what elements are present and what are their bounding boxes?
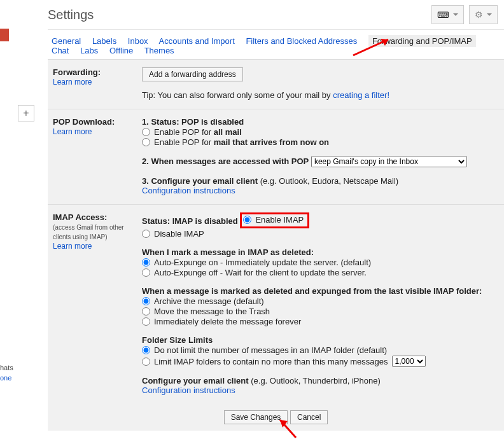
exp-delete-label: Immediately delete the message forever: [154, 317, 301, 326]
tab-forwarding[interactable]: Forwarding and POP/IMAP: [368, 35, 476, 47]
exp-trash-radio[interactable]: [142, 307, 150, 316]
imap-learn-more[interactable]: Learn more: [53, 242, 92, 251]
imap-enable-radio[interactable]: [243, 216, 251, 224]
compose-indicator: [0, 29, 9, 41]
enable-imap-highlight: Enable IMAP: [240, 212, 309, 228]
imap-disable-radio[interactable]: [142, 230, 150, 238]
page-title: Settings: [48, 8, 94, 22]
fsl-limit-label: Limit IMAP folders to contain no more th…: [154, 357, 388, 366]
pop-status: 1. Status: POP is disabled: [142, 117, 244, 127]
expunge-off-label: Auto-Expunge off - Wait for the client t…: [154, 268, 367, 277]
tab-labels[interactable]: Labels: [92, 36, 116, 46]
forwarding-tip: Tip: You can also forward only some of y…: [142, 90, 499, 100]
expunge-on-radio[interactable]: [142, 258, 150, 267]
exp-archive-radio[interactable]: [142, 297, 150, 305]
pop-learn-more[interactable]: Learn more: [53, 127, 92, 136]
fsl-limit-radio[interactable]: [142, 357, 150, 366]
fsl-unlimited-radio[interactable]: [142, 346, 150, 354]
gear-icon: ⚙: [475, 10, 483, 20]
pop-label: POP Download:: [53, 117, 115, 127]
chat-sidebar: hats one: [0, 363, 13, 383]
pop-action-select[interactable]: keep Gmail's copy in the Inbox: [311, 156, 467, 167]
imap-configure-label: Configure your email client (e.g. Outloo…: [142, 376, 381, 385]
create-filter-link[interactable]: creating a filter!: [333, 90, 389, 100]
folder-limits-header: Folder Size Limits: [142, 335, 213, 345]
forwarding-label: Forwarding:: [53, 67, 101, 77]
cancel-button[interactable]: Cancel: [290, 410, 328, 424]
pop-configure-label: 3. Configure your email client (e.g. Out…: [142, 176, 398, 186]
new-label-button[interactable]: +: [18, 105, 34, 121]
settings-tabs: General Labels Inbox Accounts and Import…: [48, 30, 504, 59]
chat-link[interactable]: one: [0, 373, 13, 383]
keyboard-icon: ⌨: [437, 10, 449, 20]
exp-delete-radio[interactable]: [142, 317, 150, 326]
imap-hint: (access Gmail from other clients using I…: [53, 224, 124, 240]
imap-config-link[interactable]: Configuration instructions: [142, 385, 235, 395]
imap-enable-label: Enable IMAP: [255, 215, 304, 225]
fsl-unlimited-label: Do not limit the number of messages in a…: [154, 345, 387, 355]
pop-enable-all-label: Enable POP for all mail: [154, 127, 242, 137]
tab-chat[interactable]: Chat: [52, 46, 69, 55]
imap-label: IMAP Access:: [53, 212, 107, 222]
expunge-on-label: Auto-Expunge on - Immediately update the…: [154, 258, 371, 267]
pop-enable-new-label: Enable POP for mail that arrives from no…: [154, 137, 329, 147]
tab-offline[interactable]: Offline: [109, 46, 133, 55]
imap-expunged-header: When a message is marked as deleted and …: [142, 286, 482, 296]
caret-down-icon: [453, 13, 458, 16]
exp-archive-label: Archive the message (default): [154, 296, 264, 306]
tab-accounts[interactable]: Accounts and Import: [159, 36, 235, 46]
add-forwarding-address-button[interactable]: Add a forwarding address: [142, 67, 243, 81]
tab-labs[interactable]: Labs: [80, 46, 98, 55]
fsl-limit-select[interactable]: 1,000: [392, 356, 426, 367]
pop-config-link[interactable]: Configuration instructions: [142, 186, 235, 195]
tab-inbox[interactable]: Inbox: [128, 36, 148, 46]
imap-status: Status: IMAP is disabled: [142, 216, 238, 226]
tab-themes[interactable]: Themes: [144, 46, 174, 55]
tab-filters[interactable]: Filters and Blocked Addresses: [246, 36, 357, 46]
settings-gear-button[interactable]: ⚙: [469, 5, 498, 24]
caret-down-icon: [487, 13, 492, 16]
imap-disable-label: Disable IMAP: [154, 229, 204, 239]
expunge-off-radio[interactable]: [142, 268, 150, 277]
exp-trash-label: Move the message to the Trash: [154, 307, 270, 316]
tab-general[interactable]: General: [52, 36, 81, 46]
imap-delete-header: When I mark a message in IMAP as deleted…: [142, 247, 314, 257]
save-changes-button[interactable]: Save Changes: [224, 410, 288, 424]
pop-enable-all-radio[interactable]: [142, 128, 150, 136]
input-tools-button[interactable]: ⌨: [431, 5, 464, 24]
forwarding-learn-more[interactable]: Learn more: [53, 78, 92, 87]
pop-access-label: 2. When messages are accessed with POP: [142, 156, 309, 166]
pop-enable-new-radio[interactable]: [142, 138, 150, 146]
